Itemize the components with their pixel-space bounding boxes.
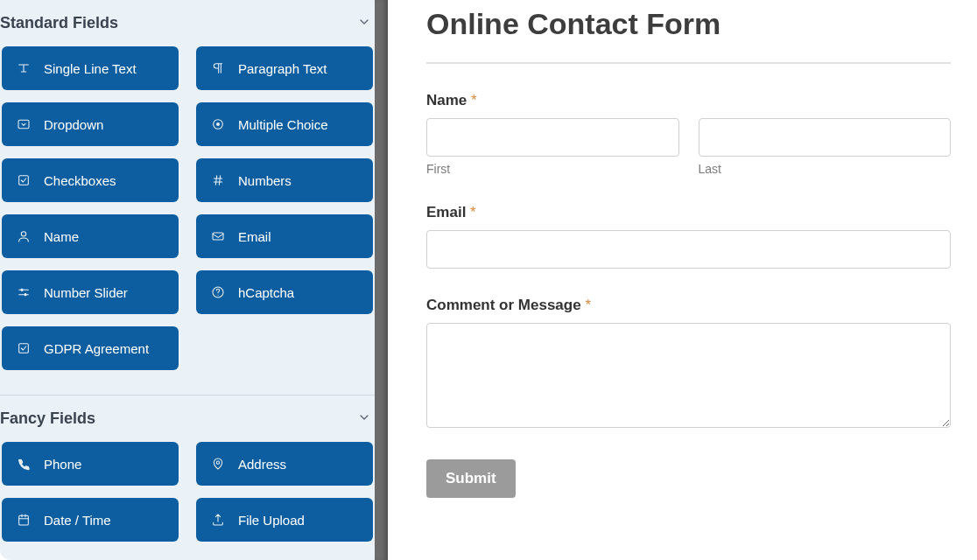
field-button-label: Address bbox=[238, 457, 286, 472]
first-name-sublabel: First bbox=[426, 162, 679, 176]
section-title: Standard Fields bbox=[0, 14, 118, 32]
email-label-text: Email bbox=[426, 204, 466, 220]
submit-button[interactable]: Submit bbox=[426, 459, 516, 498]
question-icon bbox=[210, 284, 226, 300]
field-button-label: Single Line Text bbox=[44, 61, 137, 76]
field-button-label: Date / Time bbox=[44, 513, 111, 528]
last-name-sublabel: Last bbox=[699, 162, 952, 176]
section-title: Fancy Fields bbox=[0, 410, 95, 428]
svg-rect-12 bbox=[19, 515, 29, 525]
message-label-text: Comment or Message bbox=[426, 297, 581, 313]
svg-rect-10 bbox=[19, 344, 29, 354]
section-header[interactable]: Standard Fields bbox=[0, 0, 375, 46]
hash-icon bbox=[210, 172, 226, 188]
field-button[interactable]: Email bbox=[196, 214, 373, 258]
user-icon bbox=[16, 228, 32, 244]
field-button[interactable]: Address bbox=[196, 442, 373, 486]
field-button-label: Numbers bbox=[238, 173, 292, 188]
chevron-down-icon bbox=[357, 15, 371, 32]
fields-grid: Single Line TextParagraph TextDropdownMu… bbox=[0, 46, 375, 388]
field-button[interactable]: Multiple Choice bbox=[196, 102, 373, 146]
field-button-label: Number Slider bbox=[44, 285, 128, 300]
message-textarea[interactable] bbox=[426, 323, 951, 428]
checkbox-icon bbox=[16, 172, 32, 188]
field-button[interactable]: Date / Time bbox=[2, 498, 179, 542]
field-button-label: hCaptcha bbox=[238, 285, 294, 300]
name-label: Name * bbox=[426, 92, 951, 109]
email-input[interactable] bbox=[426, 230, 951, 269]
field-button-label: Paragraph Text bbox=[238, 61, 327, 76]
field-button[interactable]: Single Line Text bbox=[2, 46, 179, 90]
svg-point-11 bbox=[216, 461, 219, 464]
field-button[interactable]: GDPR Agreement bbox=[2, 326, 179, 370]
svg-rect-0 bbox=[18, 120, 29, 128]
mail-icon bbox=[210, 228, 226, 244]
calendar-icon bbox=[16, 512, 32, 528]
pin-icon bbox=[210, 456, 226, 472]
field-button-label: Checkboxes bbox=[44, 173, 116, 188]
name-field-group: Name * First Last bbox=[426, 92, 951, 176]
field-button[interactable]: Number Slider bbox=[2, 270, 179, 314]
name-label-text: Name bbox=[426, 92, 467, 108]
form-title: Online Contact Form bbox=[426, 0, 951, 62]
upload-icon bbox=[210, 512, 226, 528]
field-button-label: Multiple Choice bbox=[238, 117, 328, 132]
field-button[interactable]: Name bbox=[2, 214, 179, 258]
svg-point-9 bbox=[217, 295, 218, 296]
field-button-label: Email bbox=[238, 229, 271, 244]
field-button[interactable]: Checkboxes bbox=[2, 158, 179, 202]
required-marker: * bbox=[470, 204, 476, 220]
last-name-input[interactable] bbox=[699, 118, 952, 157]
email-field-group: Email * bbox=[426, 204, 951, 269]
field-button[interactable]: hCaptcha bbox=[196, 270, 373, 314]
field-button-label: GDPR Agreement bbox=[44, 341, 149, 356]
svg-point-4 bbox=[21, 232, 25, 236]
field-button[interactable]: Dropdown bbox=[2, 102, 179, 146]
svg-rect-5 bbox=[213, 233, 223, 240]
field-button-label: Dropdown bbox=[44, 117, 103, 132]
field-button-label: Name bbox=[44, 229, 79, 244]
field-button[interactable]: Phone bbox=[2, 442, 179, 486]
checkbox-icon bbox=[16, 340, 32, 356]
panel-divider bbox=[375, 0, 388, 560]
field-button[interactable]: File Upload bbox=[196, 498, 373, 542]
paragraph-icon bbox=[210, 60, 226, 76]
fields-grid: PhoneAddressDate / TimeFile Upload bbox=[0, 442, 375, 559]
message-label: Comment or Message * bbox=[426, 297, 951, 314]
message-field-group: Comment or Message * bbox=[426, 297, 951, 431]
field-button[interactable]: Numbers bbox=[196, 158, 373, 202]
phone-icon bbox=[16, 456, 32, 472]
chevron-down-icon bbox=[357, 410, 371, 428]
field-button-label: File Upload bbox=[238, 513, 305, 528]
required-marker: * bbox=[471, 92, 477, 108]
field-button[interactable]: Paragraph Text bbox=[196, 46, 373, 90]
svg-point-7 bbox=[25, 293, 27, 296]
sidebar: Standard FieldsSingle Line TextParagraph… bbox=[0, 0, 375, 560]
slider-icon bbox=[16, 284, 32, 300]
text-icon bbox=[16, 60, 32, 76]
radio-icon bbox=[210, 116, 226, 132]
section-header[interactable]: Fancy Fields bbox=[0, 396, 375, 442]
svg-rect-3 bbox=[19, 176, 29, 186]
form-preview: Online Contact Form Name * First Last Em… bbox=[388, 0, 977, 560]
title-divider bbox=[426, 62, 951, 64]
svg-point-2 bbox=[216, 122, 220, 126]
field-button-label: Phone bbox=[44, 457, 81, 472]
email-label: Email * bbox=[426, 204, 951, 221]
first-name-input[interactable] bbox=[426, 118, 679, 157]
required-marker: * bbox=[585, 297, 591, 313]
svg-point-6 bbox=[21, 289, 24, 291]
dropdown-icon bbox=[16, 116, 32, 132]
